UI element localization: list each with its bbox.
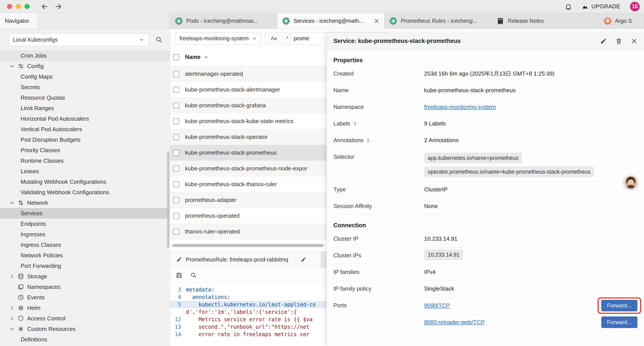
row-checkbox[interactable] <box>173 197 179 203</box>
navigator-tab[interactable]: Navigator <box>0 13 37 29</box>
service-name: kube-prometheus-stack-kube-state-metrics <box>185 118 293 125</box>
sidebar-item-helm[interactable]: Helm <box>0 303 170 313</box>
code-text: second.","runbook_url":"https://net <box>186 324 310 330</box>
sidebar-item-vertical-pod-autoscalers[interactable]: Vertical Pod Autoscalers <box>0 124 170 134</box>
name-column-header[interactable]: Name <box>185 54 200 60</box>
forward-button[interactable]: Forward... <box>601 317 638 328</box>
code-text: Metrics service error rate is {{ $va <box>186 317 312 323</box>
sort-ascending-icon[interactable] <box>204 55 208 59</box>
row-checkbox[interactable] <box>173 71 179 77</box>
sidebar-item-leases[interactable]: Leases <box>0 166 170 177</box>
forward-icon[interactable] <box>54 3 62 10</box>
sidebar-search-icon[interactable] <box>156 36 162 43</box>
row-checkbox[interactable] <box>173 181 179 187</box>
forward-button[interactable]: Forward... <box>601 300 638 311</box>
close-icon[interactable] <box>374 18 380 24</box>
port-link[interactable]: 8080:reloader-web/TCP <box>424 319 485 326</box>
detail-row-ip-families: IP familiesIPv4 <box>334 264 638 281</box>
scrollbar-thumb[interactable] <box>172 244 324 247</box>
maximize-window-button[interactable] <box>24 4 30 9</box>
tab-prometheus-rules-icecheng[interactable]: Prometheus Rules - icecheng... <box>384 13 492 29</box>
sidebar-item-limit-ranges[interactable]: Limit Ranges <box>0 103 170 113</box>
sidebar-item-network[interactable]: Network <box>0 198 170 208</box>
sidebar-item-endpoints[interactable]: Endpoints <box>0 219 170 229</box>
sidebar-item-port-forwarding[interactable]: Port Forwarding <box>0 261 170 271</box>
row-checkbox[interactable] <box>173 87 179 93</box>
sidebar-item-label: Config Maps <box>20 73 52 80</box>
sidebar-item-validating-webhook-configurations[interactable]: Validating Webhook Configurations <box>0 187 170 198</box>
sidebar-item-label: Horizontal Pod Autoscalers <box>20 115 89 122</box>
row-checkbox[interactable] <box>173 150 179 156</box>
namespace-filter[interactable]: freeleaps-monitoring-system <box>175 32 261 45</box>
kubeconfig-selector[interactable]: Local Kubeconfigs <box>8 33 149 46</box>
back-icon[interactable] <box>41 3 48 10</box>
drawer-title: Service: kube-prometheus-stack-prometheu… <box>334 38 600 44</box>
sidebar-item-ingress-classes[interactable]: Ingress Classes <box>0 240 170 250</box>
sidebar-item-custom-resources[interactable]: Custom Resources <box>0 324 170 334</box>
editor-search-icon[interactable] <box>190 272 197 279</box>
namespaces-icon <box>18 284 24 290</box>
sidebar-item-horizontal-pod-autoscalers[interactable]: Horizontal Pod Autoscalers <box>0 113 170 124</box>
row-checkbox[interactable] <box>173 134 179 140</box>
sort-icon[interactable] <box>366 138 371 143</box>
sidebar-item-config-maps[interactable]: Config Maps <box>0 71 170 82</box>
sidebar-item-definitions[interactable]: Definitions <box>0 334 170 345</box>
sidebar-item-priority-classes[interactable]: Priority Classes <box>0 145 170 155</box>
match-case-toggle[interactable]: Aa <box>268 34 279 42</box>
detail-row-ports: Ports9090/TCPForward...8080:reloader-web… <box>334 297 638 331</box>
sidebar-item-events[interactable]: Events <box>0 292 170 303</box>
tab-argo-s[interactable]: Argo S <box>599 13 644 29</box>
upgrade-button[interactable]: UPGRADE <box>582 3 620 10</box>
edit-icon[interactable] <box>600 38 607 44</box>
sidebar-item-ingresses[interactable]: Ingresses <box>0 229 170 240</box>
minimize-window-button[interactable] <box>16 4 21 9</box>
detail-row-selector: Selectorapp.kubernetes.io/name=prometheu… <box>334 149 638 181</box>
sidebar-item-namespaces[interactable]: Namespaces <box>0 282 170 292</box>
sidebar-item-config[interactable]: Config <box>0 61 170 71</box>
notifications-bell-icon[interactable] <box>565 3 572 10</box>
sidebar-item-runtime-classes[interactable]: Runtime Classes <box>0 155 170 166</box>
sort-icon[interactable] <box>352 121 358 126</box>
select-all-checkbox[interactable] <box>173 54 179 60</box>
sidebar-item-mutating-webhook-configurations[interactable]: Mutating Webhook Configurations <box>0 177 170 187</box>
sidebar-item-network-policies[interactable]: Network Policies <box>0 250 170 261</box>
port-row: 9090/TCPForward... <box>424 297 638 314</box>
editor-tab-1[interactable]: PrometheusRule: freeleaps-prod-rabbitmq <box>170 252 294 267</box>
sidebar-scrollbar[interactable] <box>167 152 169 248</box>
tab-services-icecheng-math[interactable]: Services - icecheng@math... <box>277 13 384 29</box>
user-avatar[interactable] <box>624 175 638 189</box>
sidebar-item-resource-quotas[interactable]: Resource Quotas <box>0 92 170 103</box>
close-window-button[interactable] <box>7 4 12 9</box>
regex-toggle[interactable]: .* <box>282 34 291 42</box>
detail-row-name: Namekube-prometheus-stack-prometheus <box>334 82 638 99</box>
sidebar-item-secrets[interactable]: Secrets <box>0 82 170 92</box>
save-icon[interactable] <box>176 272 182 279</box>
row-checkbox[interactable] <box>173 166 179 172</box>
delete-icon[interactable] <box>616 38 622 44</box>
sidebar-item-cron-jobs[interactable]: Cron Jobs <box>0 50 170 61</box>
tab-label: Release Notes <box>508 18 594 24</box>
sidebar-item-label: Network Policies <box>20 252 63 259</box>
sidebar-item-storage[interactable]: Storage <box>0 271 170 282</box>
editor-tab-2[interactable] <box>294 252 321 267</box>
sidebar-item-access-control[interactable]: Access Control <box>0 313 170 324</box>
port-link[interactable]: 9090/TCP <box>424 302 450 309</box>
value-badge: 10.233.14.91 <box>424 249 463 260</box>
tab-pods-icecheng-mathmas[interactable]: Pods - icecheng@mathmas... <box>170 13 277 29</box>
code-text: kubectl.kubernetes.io/last-applied-co <box>186 302 316 308</box>
tab-release-notes[interactable]: Release Notes <box>492 13 599 29</box>
row-checkbox[interactable] <box>173 118 179 124</box>
close-drawer-icon[interactable] <box>631 38 638 44</box>
namespace-link[interactable]: freeleaps-monitoring-system <box>424 104 496 110</box>
sidebar-item-pod-disruption-budgets[interactable]: Pod Disruption Budgets <box>0 134 170 145</box>
chevron-down-icon <box>9 200 15 206</box>
sidebar-item-services[interactable]: Services <box>0 208 170 219</box>
pencil-icon <box>301 257 306 262</box>
search-input[interactable]: prome <box>294 35 309 42</box>
service-name: kube-prometheus-stack-operator <box>185 134 268 140</box>
service-name: prometheus-adapter <box>185 197 236 203</box>
row-checkbox[interactable] <box>173 213 179 219</box>
row-checkbox[interactable] <box>173 102 179 109</box>
row-checkbox[interactable] <box>173 229 179 235</box>
notification-count-badge[interactable]: 15 <box>630 2 640 11</box>
